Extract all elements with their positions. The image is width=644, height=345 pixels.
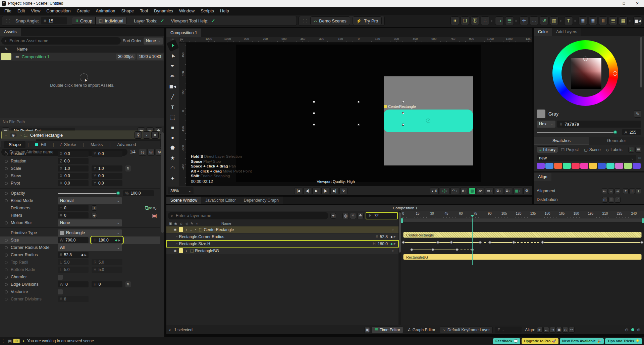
attr-field[interactable]: #52.8◆▶: [58, 252, 89, 258]
layer-color-swatch[interactable]: [179, 248, 183, 253]
dot-icon[interactable]: •: [193, 228, 198, 231]
expand-arrow-icon[interactable]: ▸: [509, 190, 511, 192]
filter-dots-icon[interactable]: ⁘: [350, 213, 356, 219]
scatter-icon[interactable]: ∴: [481, 16, 489, 25]
more-icon[interactable]: ⁘: [143, 131, 150, 139]
selected-toggle-icon[interactable]: ◐: [169, 328, 171, 332]
star-tool[interactable]: ★: [168, 153, 177, 163]
tl-align-grid-icon[interactable]: ▦: [556, 327, 562, 333]
attr-field[interactable]: X0.0: [58, 180, 89, 186]
import-hint-text[interactable]: Double click here to import Assets.: [0, 83, 164, 88]
tl-snap-icon[interactable]: ◇: [562, 327, 568, 333]
composition-name[interactable]: Composition 1: [21, 54, 49, 59]
keyframe-next-icon[interactable]: ▶: [85, 254, 87, 257]
attr-dot[interactable]: [5, 239, 8, 242]
keyframe-icon[interactable]: [478, 240, 482, 244]
maximize-button[interactable]: □: [617, 0, 631, 7]
audio-frame-toggle[interactable]: ◐ 0: [430, 188, 439, 194]
eye-icon[interactable]: ◉: [172, 228, 178, 231]
layer-search-input[interactable]: ⌕ Enter a layer name: [168, 212, 328, 219]
palette-swatch[interactable]: [633, 163, 641, 169]
palette-swatch[interactable]: [589, 163, 597, 169]
keyframe-layer-dropdown[interactable]: ⁘ Default Keyframe Layer: [440, 327, 493, 333]
menu-shape[interactable]: Shape: [118, 8, 137, 13]
pivot-icon[interactable]: [426, 119, 430, 123]
keyframe-icon[interactable]: [512, 240, 516, 244]
rectangle-tool[interactable]: ■: [168, 123, 177, 132]
attr-field[interactable]: L5.0: [58, 267, 89, 273]
zoom-out-icon[interactable]: ⊖: [625, 327, 629, 332]
source-tab-labels[interactable]: ◇Labels: [604, 147, 625, 153]
attr-dot[interactable]: [5, 261, 8, 264]
font-icon[interactable]: Ⓕ: [471, 16, 479, 25]
selected-layer-header[interactable]: ⌄ ◉ ○ ⬚ CenterRectangle ⚲ ⁘ ✕: [1, 131, 160, 139]
chat-icon[interactable]: ▤: [8, 339, 12, 343]
expand-arrow-icon[interactable]: ▸: [456, 190, 458, 192]
color-mode-dropdown[interactable]: Hex⌄: [537, 121, 555, 128]
graph-editor-button[interactable]: ∠ Graph Editor: [405, 327, 438, 333]
scrollbar[interactable]: [398, 211, 401, 325]
speaker-icon[interactable]: ◁: [184, 222, 189, 225]
attr-field[interactable]: W700.0: [58, 237, 89, 243]
menu-view[interactable]: View: [28, 8, 43, 13]
side-icon[interactable]: ⧉: [145, 205, 149, 211]
selection-handle[interactable]: [313, 112, 315, 114]
attr-field[interactable]: ≡0: [58, 205, 89, 211]
distribute-h-icon[interactable]: ◫: [602, 197, 608, 203]
viewport[interactable]: CenterRectangle px -1200-1050-900-750-60…: [166, 37, 532, 195]
attr-field[interactable]: X0.0: [58, 173, 89, 179]
menu-window[interactable]: Window: [176, 8, 198, 13]
footer-frame-input[interactable]: F -: [495, 327, 522, 333]
keyframe-icon[interactable]: [640, 240, 643, 244]
spray-icon[interactable]: ◍: [342, 213, 349, 219]
current-frame-input[interactable]: F 72: [366, 212, 398, 219]
selection-handle[interactable]: [358, 124, 360, 126]
trim-dots-icon[interactable]: ⋯: [530, 16, 538, 25]
skip-icon[interactable]: ≫: [477, 188, 484, 194]
checkbox[interactable]: [58, 275, 63, 280]
stagger-left-icon[interactable]: ≣: [579, 16, 587, 25]
keyframe-diamond-icon[interactable]: ◆: [115, 238, 117, 242]
attr-dot[interactable]: [5, 246, 8, 249]
tab-scene-window[interactable]: Scene Window: [166, 197, 201, 204]
playhead-marker[interactable]: [470, 215, 474, 217]
attr-field[interactable]: Y1.0: [92, 165, 122, 171]
attr-dot[interactable]: [5, 192, 8, 195]
eyedropper-button[interactable]: ✎: [634, 110, 641, 118]
add-button[interactable]: +: [92, 213, 97, 218]
loop-button[interactable]: ↻: [339, 188, 347, 194]
checker-icon[interactable]: ▦▸: [513, 188, 522, 194]
speaker-icon[interactable]: ◁)▸: [440, 188, 449, 194]
selection-handle[interactable]: [313, 124, 315, 126]
hue-selector[interactable]: [613, 71, 617, 76]
tl-align-center-icon[interactable]: ↔: [543, 327, 549, 333]
add-layer-button[interactable]: +: [330, 213, 336, 219]
menu-dynamics[interactable]: Dynamics: [151, 8, 176, 13]
select-tool[interactable]: ➤: [166, 39, 179, 52]
rows-icon[interactable]: ☰: [609, 16, 618, 25]
expand-arrow-icon[interactable]: ▸: [465, 190, 466, 192]
line-tool[interactable]: ╱: [168, 92, 177, 101]
palette-swatch[interactable]: [624, 163, 632, 169]
palette-swatch[interactable]: [545, 163, 553, 169]
menu-scripts[interactable]: Scripts: [198, 8, 217, 13]
keyframe-next-icon[interactable]: ▶: [394, 235, 396, 238]
snap-angle-input[interactable]: # 15: [41, 17, 67, 24]
expand-arrow-icon[interactable]: ▸: [491, 190, 492, 192]
attr-dot[interactable]: [5, 182, 8, 185]
attr-field[interactable]: R5.0: [92, 259, 122, 265]
pin-icon[interactable]: ⚲: [135, 131, 142, 139]
emitter-icon[interactable]: ✛: [520, 16, 528, 25]
attr-field[interactable]: Z0.0: [58, 158, 89, 164]
attr-dot[interactable]: [5, 298, 8, 301]
source-tab-project[interactable]: ❒Project: [559, 147, 581, 153]
attr-field[interactable]: Y0.0: [92, 173, 122, 179]
attr-dot[interactable]: [5, 207, 8, 210]
palette-more-button[interactable]: •••: [638, 156, 641, 160]
menu-composition[interactable]: Composition: [43, 8, 73, 13]
grid-view-button[interactable]: ∷: [628, 147, 634, 153]
side-icon[interactable]: ∞: [149, 205, 152, 211]
palette-dropdown[interactable]: new⌄: [537, 155, 636, 161]
arc-tool[interactable]: ◠: [168, 163, 177, 173]
layer-row-centerrectangle[interactable]: ◉◐⌄•⬚CenterRectangle○: [166, 226, 398, 233]
